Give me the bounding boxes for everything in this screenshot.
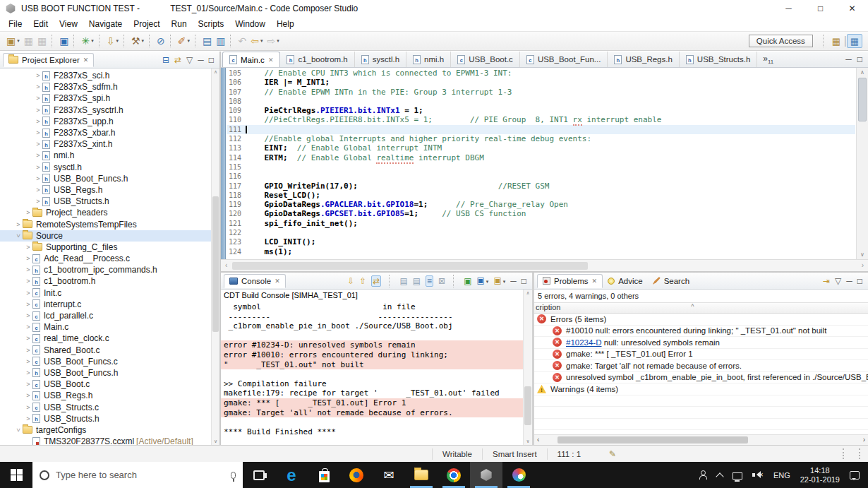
maximize-icon[interactable]: □ xyxy=(857,277,862,285)
editor-tab-usbregsh[interactable]: hUSB_Regs.h xyxy=(608,52,679,67)
open-console-icon[interactable]: ▣ xyxy=(464,277,471,285)
menu-window[interactable]: Window xyxy=(229,18,271,30)
scroll-down-icon[interactable]: ∨ xyxy=(857,251,868,258)
code-line[interactable]: 117 GPIO_WritePin(17,0); //RESET GSM xyxy=(227,181,855,191)
tree-item[interactable]: >hUSB_Boot_Funcs.h xyxy=(0,173,219,184)
close-button[interactable]: ✕ xyxy=(836,0,868,17)
undo-icon[interactable]: ↶ xyxy=(236,35,248,47)
menu-edit[interactable]: Edit xyxy=(28,18,54,30)
close-icon[interactable]: ✕ xyxy=(268,56,274,64)
tree-item[interactable]: >hUSB_Boot_Funcs.h xyxy=(0,367,219,379)
dropdown-arrow-icon[interactable]: ▾ xyxy=(188,38,191,44)
taskbar-paint-button[interactable] xyxy=(502,462,535,488)
show-console-view-icon[interactable]: ▣ xyxy=(57,35,71,47)
code-line[interactable]: 123 LCD_INIT(); xyxy=(227,237,855,246)
tree-chevron-icon[interactable]: > xyxy=(34,152,42,159)
debug-icon[interactable]: ✳▾ xyxy=(79,35,95,47)
menu-view[interactable]: View xyxy=(54,18,83,30)
view-menu-icon[interactable]: ▽ xyxy=(186,56,193,64)
editor-tab-usbbootc[interactable]: cUSB_Boot.c xyxy=(451,52,520,67)
tree-chevron-icon[interactable]: > xyxy=(24,381,32,388)
language-indicator[interactable]: ENG xyxy=(773,471,790,480)
taskbar-search[interactable] xyxy=(32,462,243,488)
tree-chevron-icon[interactable]: > xyxy=(34,107,42,114)
show-stderr-icon[interactable]: ▤ xyxy=(413,277,421,285)
tree-chevron-icon[interactable]: > xyxy=(24,312,32,319)
scroll-right-icon[interactable]: › xyxy=(863,436,865,444)
volume-muted-icon[interactable]: ✕ xyxy=(752,470,764,480)
tree-item[interactable]: >clcd_parallel.c xyxy=(0,310,219,321)
scrollbar-thumb[interactable] xyxy=(524,386,531,425)
clock[interactable]: 14:18 22-01-2019 xyxy=(800,466,840,484)
maximize-icon[interactable]: □ xyxy=(857,54,862,64)
tree-item[interactable]: >cinterrupt.c xyxy=(0,299,219,310)
console-body[interactable]: CDT Build Console [SIMHA_TEST_01] symbol… xyxy=(221,290,532,445)
tab-problems[interactable]: Problems ✕ xyxy=(537,274,603,288)
view-menu-icon[interactable]: ▽ xyxy=(835,277,841,285)
tree-item[interactable]: >Source xyxy=(0,230,219,242)
code-line[interactable]: 113 EINT; // Enable Global interrupt INT… xyxy=(227,143,855,153)
tree-item[interactable]: >hUSB_Regs.h xyxy=(0,390,219,401)
tree-chevron-icon[interactable]: > xyxy=(14,221,23,228)
dropdown-arrow-icon[interactable]: ▾ xyxy=(277,38,279,44)
back-icon[interactable]: ⇦▾ xyxy=(248,35,265,47)
code-line[interactable]: 110 //PieCtrlRegs.PIEIER8.bit.INTx5 = 1;… xyxy=(227,115,855,124)
tree-chevron-icon[interactable]: > xyxy=(34,141,42,148)
tree-item[interactable]: >hc1_bootrom.h xyxy=(0,275,219,287)
clear-console-icon[interactable]: ⊠ xyxy=(438,277,445,285)
new-console-icon[interactable]: ▣▾ xyxy=(493,276,505,286)
taskbar-chrome-button[interactable] xyxy=(438,462,470,488)
network-icon[interactable] xyxy=(733,472,742,480)
code-line[interactable]: 105 // Enable CPU INT3 which is connecte… xyxy=(227,69,855,78)
close-icon[interactable]: ✕ xyxy=(83,56,89,64)
code-line[interactable]: 114 ERTM; // Enable Global realtime inte… xyxy=(227,153,855,162)
tree-scrollbar[interactable]: ∧ ∨ xyxy=(211,69,219,445)
scroll-down-icon[interactable]: ∨ xyxy=(212,439,219,444)
editor-tab-sysctlh[interactable]: hsysctl.h xyxy=(355,52,406,67)
tree-item[interactable]: >cUSB_Boot.c xyxy=(0,379,219,390)
scroll-right-icon[interactable]: › xyxy=(862,261,864,269)
tree-item[interactable]: >cAdc_Read__Process.c xyxy=(0,253,219,264)
scroll-down-icon[interactable]: ⇩ xyxy=(347,277,354,285)
search-input[interactable] xyxy=(56,470,224,480)
tab-overflow-indicator[interactable]: »11 xyxy=(757,54,779,65)
tree-chevron-icon[interactable]: > xyxy=(34,83,42,90)
tree-chevron-icon[interactable]: > xyxy=(15,426,22,434)
sync-icon[interactable]: ▤ xyxy=(200,35,214,47)
new-icon[interactable]: ▣▾ xyxy=(4,35,22,47)
tree-chevron-icon[interactable]: > xyxy=(24,244,32,251)
menu-project[interactable]: Project xyxy=(128,18,165,30)
tree-item[interactable]: >Supporting_C_files xyxy=(0,242,219,253)
tree-chevron-icon[interactable]: > xyxy=(24,358,32,365)
tree-item[interactable]: >Project_headers xyxy=(0,207,219,218)
tree-item[interactable]: >creal_time_clock.c xyxy=(0,333,219,344)
edit-perspective-icon[interactable]: ▦ xyxy=(828,34,844,48)
tree-item[interactable]: >hF2837xS_upp.h xyxy=(0,116,219,127)
scroll-up-icon[interactable]: ⇧ xyxy=(359,277,366,285)
code-area[interactable]: 105 // Enable CPU INT3 which is connecte… xyxy=(227,69,855,259)
tree-item[interactable]: >hF2837xS_xint.h xyxy=(0,138,219,150)
tree-item[interactable]: >TMS320F28377S.ccxml[Active/Default] xyxy=(0,436,219,445)
tree-item[interactable]: >hUSB_Structs.h xyxy=(0,413,219,424)
collapse-all-icon[interactable]: ⊟ xyxy=(162,56,169,64)
scrollbar-thumb[interactable] xyxy=(557,436,748,444)
ccs-perspective-icon[interactable]: ▦ xyxy=(847,34,862,48)
tree-item[interactable]: >hUSB_Regs.h xyxy=(0,184,219,196)
code-line[interactable]: 112 //Enable global Interrupts and highe… xyxy=(227,134,855,143)
problem-row[interactable]: ✕gmake: Target 'all' not remade because … xyxy=(534,360,868,372)
taskbar-store-button[interactable] xyxy=(308,462,340,488)
microphone-icon[interactable] xyxy=(231,472,236,479)
scroll-up-icon[interactable]: ∧ xyxy=(212,69,219,75)
build-icon[interactable]: ⚒▾ xyxy=(129,35,146,47)
tree-item[interactable]: >cUSB_Structs.c xyxy=(0,401,219,412)
tree-chevron-icon[interactable]: > xyxy=(15,232,22,240)
tab-search[interactable]: Search xyxy=(648,275,694,287)
tab-console[interactable]: Console ✕ xyxy=(224,274,286,288)
restore-button[interactable]: □ xyxy=(804,0,836,17)
scroll-up-icon[interactable]: ∧ xyxy=(524,290,532,296)
code-line[interactable]: 119 GpioDataRegs.GPACLEAR.bit.GPIO18=1; … xyxy=(227,200,855,209)
tree-item[interactable]: >hUSB_Structs.h xyxy=(0,196,219,207)
taskbar-ccs-button[interactable] xyxy=(470,462,502,488)
editor-tab-mainc[interactable]: cMain.c✕ xyxy=(222,52,280,67)
tree-chevron-icon[interactable]: > xyxy=(34,175,42,182)
